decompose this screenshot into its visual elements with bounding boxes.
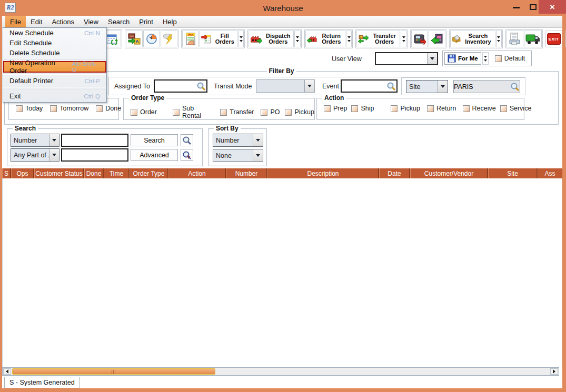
- fill-orders-dropdown[interactable]: [238, 31, 244, 47]
- column-header-customer-vendor[interactable]: Customer/Vendor: [410, 168, 488, 178]
- menu-item-default-printer[interactable]: Default Printer Ctrl-P: [3, 76, 106, 86]
- picking-button[interactable]: PKK: [182, 31, 199, 47]
- column-header-assigned[interactable]: Ass: [538, 168, 562, 178]
- transfer-orders-button[interactable]: T Transfer Orders: [356, 31, 401, 47]
- search-button[interactable]: Search: [131, 134, 178, 146]
- print-list-button[interactable]: [507, 31, 523, 47]
- menu-edit[interactable]: Edit: [26, 16, 47, 27]
- dispatch-orders-dropdown[interactable]: [294, 31, 300, 47]
- today-checkbox[interactable]: [16, 105, 23, 112]
- search-magnifier-button[interactable]: [181, 134, 193, 146]
- sort-secondary-combobox[interactable]: None: [213, 149, 263, 162]
- quick-action-button[interactable]: [161, 31, 177, 47]
- pickup-action-checkbox[interactable]: [391, 105, 398, 112]
- pickup-type-checkbox[interactable]: [285, 109, 292, 116]
- column-header-s[interactable]: S: [2, 168, 11, 178]
- column-header-action[interactable]: Action: [168, 168, 225, 178]
- event-search-icon[interactable]: [386, 82, 396, 91]
- column-header-site[interactable]: Site: [488, 168, 537, 178]
- maximize-button[interactable]: [530, 4, 537, 10]
- user-view-dropdown-button[interactable]: [427, 53, 437, 64]
- search-inventory-dropdown[interactable]: [496, 31, 502, 47]
- horizontal-scrollbar[interactable]: [2, 367, 559, 376]
- menu-print[interactable]: Print: [134, 16, 158, 27]
- default-checkbox[interactable]: [495, 55, 502, 62]
- assigned-to-input[interactable]: [155, 81, 196, 92]
- minimize-button[interactable]: [513, 7, 520, 8]
- menu-file[interactable]: File: [5, 16, 26, 27]
- site-search-icon[interactable]: [510, 82, 520, 92]
- menu-help[interactable]: Help: [158, 16, 182, 27]
- scrollbar-thumb[interactable]: [12, 368, 215, 375]
- menu-item-new-schedule[interactable]: New Schedule Ctrl-N: [3, 28, 106, 38]
- po-label: PO: [270, 108, 280, 116]
- po-checkbox[interactable]: [261, 109, 267, 116]
- return-checkbox[interactable]: [427, 105, 434, 112]
- dispatch-orders-button[interactable]: Dispatch Orders: [249, 31, 294, 47]
- site-combobox[interactable]: Site: [406, 80, 448, 93]
- fill-orders-button[interactable]: Fill Orders: [200, 31, 237, 47]
- menu-item-delete-schedule[interactable]: Delete Schedule: [3, 48, 106, 58]
- return-orders-button[interactable]: Return Orders: [305, 31, 346, 47]
- site-dropdown-button[interactable]: [438, 81, 448, 93]
- transit-mode-dropdown-button[interactable]: [304, 80, 314, 92]
- assigned-to-search-icon[interactable]: [196, 82, 206, 91]
- goto-item-button[interactable]: A: [126, 31, 143, 47]
- menu-search[interactable]: Search: [103, 16, 134, 27]
- menu-view[interactable]: View: [79, 16, 103, 27]
- return-orders-dropdown[interactable]: [346, 31, 351, 47]
- menu-item-new-operation-order[interactable]: New Operation Order Alt+Shift-O: [3, 61, 106, 73]
- column-header-number[interactable]: Number: [226, 168, 267, 178]
- exit-button[interactable]: EXIT: [545, 31, 562, 47]
- scroll-left-button[interactable]: [3, 368, 11, 375]
- ship-checkbox[interactable]: [351, 105, 358, 112]
- service-checkbox[interactable]: [500, 105, 507, 112]
- sort-secondary-dropdown-button[interactable]: [253, 149, 263, 162]
- column-header-done[interactable]: Done: [84, 168, 103, 178]
- for-me-button[interactable]: For Me: [444, 52, 481, 65]
- column-header-ops[interactable]: Ops: [11, 168, 34, 178]
- table-body[interactable]: [2, 178, 562, 367]
- sub-rental-checkbox[interactable]: [173, 109, 180, 116]
- order-checkbox[interactable]: [131, 109, 137, 116]
- for-me-dropdown[interactable]: [482, 52, 489, 65]
- advanced-button[interactable]: Advanced: [131, 149, 178, 161]
- menu-item-edit-schedule[interactable]: Edit Schedule: [3, 38, 106, 48]
- menu-actions[interactable]: Actions: [47, 16, 79, 27]
- transfer-checkbox[interactable]: [220, 109, 227, 116]
- receive-checkbox[interactable]: [463, 105, 470, 112]
- search-type2-combobox[interactable]: Any Part of ...: [11, 148, 59, 162]
- sort-primary-combobox[interactable]: Number: [213, 134, 263, 147]
- column-header-description[interactable]: Description: [267, 168, 379, 178]
- search-input1[interactable]: [62, 135, 127, 146]
- truck-button[interactable]: [524, 31, 542, 47]
- column-header-time[interactable]: Time: [104, 168, 129, 178]
- scroll-right-button[interactable]: [550, 368, 558, 375]
- event-input[interactable]: [342, 81, 386, 92]
- user-view-combobox[interactable]: [375, 52, 438, 65]
- column-header-order-type[interactable]: Order Type: [130, 168, 168, 178]
- receive-device-button[interactable]: [429, 31, 445, 47]
- order-type-group: Order Type Order Sub Rental Transfer PO …: [123, 98, 315, 120]
- transfer-orders-dropdown[interactable]: [401, 31, 406, 47]
- transit-mode-combobox[interactable]: [256, 79, 315, 93]
- site-search-input[interactable]: [454, 83, 510, 91]
- return-checkbox-item: Return: [427, 105, 456, 112]
- time-clock-button[interactable]: [143, 31, 160, 47]
- done-checkbox[interactable]: [96, 105, 103, 112]
- search-type1-combobox[interactable]: Number: [11, 134, 59, 147]
- column-header-customer-status[interactable]: Customer Status: [34, 168, 84, 178]
- sort-primary-dropdown-button[interactable]: [253, 134, 263, 146]
- search-type1-dropdown-button[interactable]: [49, 134, 59, 146]
- menu-item-exit[interactable]: Exit Ctrl-Q: [3, 91, 106, 101]
- register-button[interactable]: [411, 31, 428, 47]
- prep-checkbox[interactable]: [324, 105, 331, 112]
- tomorrow-checkbox[interactable]: [50, 105, 57, 112]
- ship-label: Ship: [361, 105, 374, 112]
- search-type2-dropdown-button[interactable]: [49, 149, 59, 161]
- search-inventory-button[interactable]: Search Inventory: [450, 31, 495, 47]
- search-input2[interactable]: [62, 149, 127, 160]
- column-header-date[interactable]: Date: [379, 168, 410, 178]
- advanced-search-button[interactable]: [181, 149, 193, 161]
- close-button[interactable]: ✕: [539, 0, 566, 14]
